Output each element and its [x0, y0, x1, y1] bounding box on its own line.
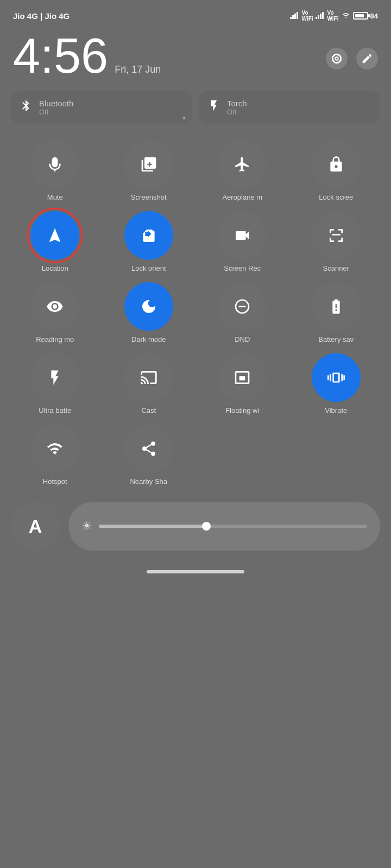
torch-icon: [207, 99, 220, 116]
font-size-button[interactable]: A: [11, 502, 60, 551]
screenrec-label: Screen Rec: [224, 264, 261, 272]
lockscreen-tile[interactable]: Lock scree: [292, 140, 381, 201]
mute-circle: [30, 140, 79, 189]
bottom-area: A ☀: [0, 496, 391, 561]
torch-status: Off: [227, 108, 247, 116]
cast-label: Cast: [141, 406, 156, 414]
dnd-label: DND: [235, 335, 250, 343]
carrier-text: Jio 4G | Jio 4G: [13, 11, 70, 21]
dnd-tile[interactable]: DND: [198, 282, 287, 343]
time-block: 4:56 Fri, 17 Jun: [13, 31, 161, 80]
svg-rect-8: [332, 234, 340, 235]
brightness-thumb: [202, 522, 211, 531]
vowifi-1: VoWiFi: [302, 10, 313, 22]
hotspot-label: Hotspot: [43, 477, 67, 486]
home-bar[interactable]: [147, 570, 244, 573]
location-circle: [30, 211, 79, 260]
bluetooth-icon: [20, 99, 33, 116]
hotspot-tile[interactable]: Hotspot: [11, 424, 99, 486]
darkmode-tile[interactable]: Dark mode: [105, 282, 193, 343]
nearbysha-label: Nearby Sha: [130, 477, 167, 486]
svg-rect-5: [318, 15, 319, 19]
expand-arrow-bluetooth: ▲: [181, 114, 187, 120]
brightness-fill: [99, 525, 206, 528]
darkmode-label: Dark mode: [131, 335, 166, 343]
clock-display: 4:56: [13, 31, 108, 80]
home-indicator: [0, 561, 391, 584]
screenshot-label: Screenshot: [131, 193, 167, 201]
darkmode-circle: [124, 282, 173, 331]
brightness-track: [99, 525, 367, 528]
svg-rect-3: [297, 12, 298, 19]
date-block: Fri, 17 Jun: [115, 48, 161, 75]
screenshot-circle: [124, 140, 173, 189]
status-bar: Jio 4G | Jio 4G VoWiFi VoWiFi 84: [0, 0, 391, 27]
floatingwi-circle: [218, 353, 267, 402]
screenrec-circle: [218, 211, 267, 260]
signal-icon-2: [316, 11, 325, 21]
cast-tile[interactable]: Cast: [105, 353, 193, 414]
battery-icon: [353, 12, 368, 20]
floatingwi-label: Floating wi: [225, 406, 259, 414]
nearbysha-circle: [124, 424, 173, 473]
battery-percent: 84: [370, 12, 378, 20]
readingmode-label: Reading mo: [36, 335, 74, 343]
location-tile[interactable]: Location: [11, 211, 99, 272]
ultrabatte-label: Ultra batte: [39, 406, 71, 414]
svg-rect-1: [292, 15, 294, 19]
brightness-slider[interactable]: ☀: [68, 502, 380, 551]
font-label: A: [29, 516, 42, 537]
bluetooth-status: Off: [39, 108, 73, 116]
date-display: Fri, 17 Jun: [115, 64, 161, 75]
lockorient-tile[interactable]: Lock orient: [105, 211, 193, 272]
battery-tip: [368, 14, 370, 17]
lockscreen-circle: [312, 140, 361, 189]
wifi-icon: [341, 11, 351, 21]
mute-tile[interactable]: Mute: [11, 140, 99, 201]
quick-settings-grid: Mute Screenshot Aeroplane m Lock scree L…: [0, 135, 391, 496]
aeroplane-label: Aeroplane m: [222, 193, 262, 201]
svg-rect-2: [294, 14, 296, 19]
mute-label: Mute: [47, 193, 63, 201]
svg-rect-0: [290, 17, 292, 19]
aeroplane-tile[interactable]: Aeroplane m: [198, 140, 287, 201]
screenshot-tile[interactable]: Screenshot: [105, 140, 193, 201]
location-label: Location: [42, 264, 68, 272]
signal-icon: [290, 11, 300, 21]
vibrate-tile[interactable]: Vibrate: [292, 353, 381, 414]
scanner-label: Scanner: [323, 264, 349, 272]
svg-rect-4: [316, 17, 317, 19]
battery-fill: [355, 14, 364, 17]
cast-circle: [124, 353, 173, 402]
lockorient-circle: [124, 211, 173, 260]
svg-rect-7: [322, 12, 324, 19]
readingmode-tile[interactable]: Reading mo: [11, 282, 99, 343]
readingmode-circle: [30, 282, 79, 331]
lockscreen-label: Lock scree: [319, 193, 353, 201]
lockorient-label: Lock orient: [131, 264, 166, 272]
scanner-tile[interactable]: Scanner: [292, 211, 381, 272]
hotspot-circle: [30, 424, 79, 473]
batterysave-tile[interactable]: Battery sav: [292, 282, 381, 343]
floatingwi-tile[interactable]: Floating wi: [198, 353, 287, 414]
vowifi-2: VoWiFi: [327, 10, 339, 22]
nearbysha-tile[interactable]: Nearby Sha: [105, 424, 193, 486]
settings-icon-btn[interactable]: [326, 48, 348, 69]
torch-tile[interactable]: Torch Off: [199, 91, 380, 124]
time-area: 4:56 Fri, 17 Jun: [0, 27, 391, 91]
batterysave-circle: [312, 282, 361, 331]
ultrabatte-circle: [30, 353, 79, 402]
edit-icon-btn[interactable]: [356, 48, 378, 69]
scanner-circle: [312, 211, 361, 260]
batterysave-label: Battery sav: [318, 335, 354, 343]
top-tiles: Bluetooth Off ▲ Torch Off: [0, 91, 391, 135]
screenrec-tile[interactable]: Screen Rec: [198, 211, 287, 272]
aeroplane-circle: [218, 140, 267, 189]
bluetooth-label: Bluetooth: [39, 99, 73, 108]
ultrabatte-tile[interactable]: Ultra batte: [11, 353, 99, 414]
torch-label: Torch: [227, 99, 247, 108]
vibrate-label: Vibrate: [325, 406, 347, 414]
status-icons: VoWiFi VoWiFi 84: [290, 10, 379, 22]
bluetooth-tile[interactable]: Bluetooth Off ▲: [11, 91, 192, 124]
quick-action-icons: [326, 48, 378, 69]
